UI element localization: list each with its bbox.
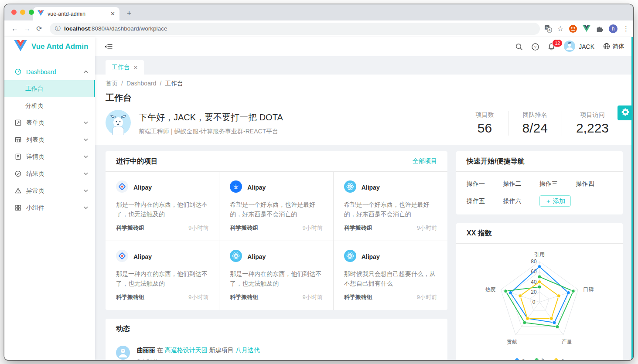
- sidebar-item-widgets[interactable]: 小组件: [4, 199, 95, 216]
- new-tab-button[interactable]: ＋: [124, 8, 134, 18]
- activity-team-link[interactable]: 高逼格设计天团: [165, 347, 208, 354]
- project-name-link[interactable]: Alipay: [133, 253, 152, 260]
- project-name-link[interactable]: Alipay: [247, 184, 266, 191]
- svg-text:A: A: [548, 28, 551, 32]
- projects-card: 进行中的项目 全部项目 Alipay 那是一种内在的东西，他们到达不了，也无法触…: [106, 151, 447, 310]
- projects-card-title: 进行中的项目: [116, 157, 158, 166]
- app-logo[interactable]: Vue Antd Admin: [4, 37, 95, 56]
- add-button[interactable]: ＋ 添加: [539, 195, 571, 207]
- sidebar-item-exception[interactable]: 异常页: [4, 182, 95, 199]
- project-name-link[interactable]: Alipay: [133, 184, 152, 191]
- minimize-window-button[interactable]: [20, 10, 25, 15]
- quick-nav-links: 操作一 操作二 操作三 操作四 操作五 操作六 ＋ 添加: [456, 172, 623, 214]
- settings-drawer-edge[interactable]: [631, 37, 633, 360]
- breadcrumb: 首页/Dashboard/工作台: [106, 80, 623, 88]
- list-item: 曲丽丽 在 高逼格设计天团 新建项目 八月迭代 9小时前: [116, 339, 437, 360]
- project-name-link[interactable]: Alipay: [362, 184, 380, 191]
- quick-nav-link[interactable]: 操作一: [467, 178, 503, 189]
- project-group-link[interactable]: 科学搬砖组: [116, 293, 144, 301]
- breadcrumb-dashboard[interactable]: Dashboard: [126, 80, 157, 87]
- quick-nav-link[interactable]: 操作四: [576, 178, 613, 189]
- sidebar-item-form[interactable]: 表单页: [4, 114, 95, 131]
- svg-text:?: ?: [534, 44, 536, 49]
- chevron-down-icon: [84, 206, 88, 209]
- browser-toolbar: ← → ⟳ ⓘ localhost:8080/#/dashboard/workp…: [4, 20, 633, 37]
- project-card[interactable]: 支Alipay 希望是一个好东西，也许是最好的，好东西是不会消亡的 科学搬砖组9…: [219, 172, 333, 241]
- quick-nav-link[interactable]: 操作六: [503, 195, 540, 207]
- sidebar-item-detail[interactable]: 详情页: [4, 148, 95, 165]
- tab-workplace[interactable]: 工作台 ✕: [106, 60, 144, 75]
- notification-bell-icon[interactable]: 12: [548, 43, 555, 51]
- breadcrumb-home[interactable]: 首页: [106, 80, 118, 87]
- sidebar-item-workplace[interactable]: 工作台: [4, 80, 95, 97]
- quick-nav-card: 快速开始/便捷导航 操作一 操作二 操作三 操作四 操作五 操作六 ＋ 添加: [456, 151, 623, 214]
- translate-icon[interactable]: 文A: [544, 25, 552, 33]
- svg-text:口碑: 口碑: [583, 286, 594, 293]
- browser-tab[interactable]: vue-antd-admin ✕: [33, 7, 119, 20]
- legend-label: a: [522, 357, 525, 360]
- language-switcher[interactable]: 简体: [603, 43, 624, 51]
- activity-object-link[interactable]: 八月迭代: [235, 347, 260, 354]
- quick-nav-link[interactable]: 操作三: [539, 178, 576, 189]
- sidebar-item-list[interactable]: 列表页: [4, 131, 95, 148]
- browser-tab-strip: vue-antd-admin ✕ ＋: [4, 4, 633, 20]
- legend-label: c: [561, 357, 564, 360]
- zoom-window-button[interactable]: [29, 10, 34, 15]
- chart-card-title: XX 指数: [467, 229, 492, 238]
- vue-devtools-icon[interactable]: [583, 25, 590, 32]
- project-card[interactable]: Alipay 那是一种内在的东西，他们到达不了，也无法触及的 科学搬砖组9小时前: [106, 172, 219, 241]
- sidebar-menu: Dashboard 工作台 分析页 表单页: [4, 63, 95, 216]
- sidebar-item-analysis[interactable]: 分析页: [4, 97, 95, 114]
- user-menu[interactable]: JACK: [564, 41, 594, 53]
- address-bar[interactable]: ⓘ localhost:8080/#/dashboard/workplace: [50, 23, 540, 35]
- project-card[interactable]: Alipay 那是一种内在的东西，他们到达不了，也无法触及的 科学搬砖组9小时前: [219, 241, 333, 310]
- project-card[interactable]: Alipay 希望是一个好东西，也许是最好的，好东西是不会消亡的 科学搬砖组9小…: [334, 172, 447, 241]
- chevron-down-icon: [84, 155, 88, 158]
- reload-button[interactable]: ⟳: [33, 24, 45, 33]
- site-info-icon[interactable]: ⓘ: [55, 25, 61, 33]
- help-icon[interactable]: ?: [532, 43, 539, 51]
- tab-close-icon[interactable]: ✕: [133, 65, 138, 71]
- activity-avatar: [116, 346, 130, 360]
- legend-item[interactable]: c: [554, 357, 564, 360]
- notification-badge: 12: [552, 39, 563, 47]
- legend-dot-icon: [535, 358, 539, 360]
- browser-menu-icon[interactable]: ⋮: [623, 25, 627, 33]
- project-group-link[interactable]: 科学搬砖组: [344, 224, 372, 232]
- project-name-link[interactable]: Alipay: [247, 253, 266, 260]
- quick-nav-link[interactable]: 操作二: [503, 178, 540, 189]
- project-card[interactable]: Alipay 那是一种内在的东西，他们到达不了，也无法触及的 科学搬砖组9小时前: [106, 241, 219, 310]
- project-group-link[interactable]: 科学搬砖组: [116, 224, 144, 232]
- forward-button[interactable]: →: [21, 25, 33, 33]
- quick-nav-link[interactable]: 操作五: [467, 195, 503, 207]
- project-group-link[interactable]: 科学搬砖组: [344, 293, 372, 301]
- macos-window-controls: [11, 10, 34, 15]
- sidebar-item-dashboard[interactable]: Dashboard: [4, 63, 95, 80]
- all-projects-link[interactable]: 全部项目: [413, 157, 437, 165]
- close-window-button[interactable]: [11, 10, 17, 15]
- chevron-up-icon: [84, 70, 88, 73]
- project-logo-icon: [230, 250, 242, 264]
- svg-text:20: 20: [531, 289, 537, 295]
- project-name-link[interactable]: Alipay: [362, 253, 380, 260]
- extensions-puzzle-icon[interactable]: [596, 25, 604, 33]
- sidebar-item-result[interactable]: 结果页: [4, 165, 95, 182]
- tab-close-icon[interactable]: ✕: [110, 10, 115, 17]
- menu-fold-icon[interactable]: [105, 43, 113, 50]
- project-group-link[interactable]: 科学搬砖组: [230, 224, 258, 232]
- activity-user[interactable]: 曲丽丽: [137, 347, 155, 354]
- browser-profile-avatar[interactable]: h: [609, 24, 618, 33]
- project-card[interactable]: Alipay 那时候我只会想自己想要什么，从不想自己拥有什么 科学搬砖组9小时前: [334, 241, 447, 310]
- page-title: 工作台: [106, 92, 623, 104]
- globe-icon: [603, 43, 610, 51]
- extension-orange-icon[interactable]: [569, 24, 577, 33]
- project-group-link[interactable]: 科学搬砖组: [230, 293, 258, 301]
- legend-item[interactable]: b: [535, 357, 545, 360]
- chevron-down-icon: [84, 138, 88, 141]
- back-button[interactable]: ←: [9, 25, 21, 33]
- bookmark-star-icon[interactable]: ☆: [557, 24, 563, 33]
- search-icon[interactable]: [515, 43, 523, 51]
- greeting-title: 下午好，JACK，要不要打一把 DOTA: [139, 112, 283, 123]
- settings-gear-button[interactable]: [618, 105, 633, 120]
- legend-item[interactable]: a: [515, 357, 525, 360]
